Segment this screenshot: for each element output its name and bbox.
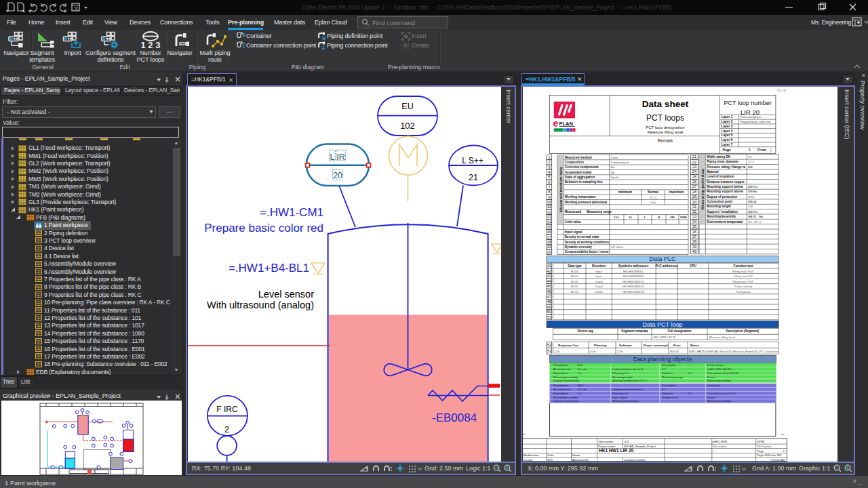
svg-text:Filling level "Full": Filling level "Full" [732,270,754,273]
svg-text:45: 45 [547,284,551,288]
svg-text:Description: Description [662,363,677,367]
svg-text:26: 26 [692,180,697,184]
svg-text:36: 36 [692,230,697,234]
svg-text:Working temperature: Working temperature [612,399,639,403]
svg-text:Dynamic viscosity: Dynamic viscosity [565,245,593,249]
svg-text:Input signal: Input signal [565,230,583,234]
svg-text:5: 5 [548,175,551,179]
svg-text:Mounting support below: Mounting support below [707,185,743,188]
svg-text:Direction: Direction [592,264,606,268]
svg-text:Drawing number: Drawing number [625,458,646,462]
svg-text:1 h: 1 h [578,371,582,375]
svg-text:Full designation: Full designation [667,329,691,333]
svg-text:Corrosive components: Corrosive components [565,165,599,169]
svg-text:14: 14 [547,220,551,224]
svg-text:2 bar: 2 bar [650,201,656,204]
svg-text:47: 47 [547,295,551,299]
svg-text:Segment template: Segment template [621,329,648,333]
svg-text:Suspended matter: Suspended matter [565,171,592,174]
svg-text:BL1: BL1 [578,363,583,367]
svg-text:52: 52 [547,343,551,347]
svg-text:Filling level "Full": Filling level "Full" [732,280,754,283]
svg-text:28: 28 [692,190,697,194]
svg-text:Layer 2: Layer 2 [722,120,733,123]
svg-text:43: 43 [547,274,551,278]
svg-text:Implementation General: Implementation General [612,388,643,391]
svg-text:EU: EU [401,102,413,111]
svg-text:4: 4 [548,170,551,174]
svg-text:Distance between suppor: Distance between suppor [707,180,745,184]
svg-text:Output: Output [595,285,604,288]
svg-text:IP55: IP55 [748,195,754,199]
svg-text:41: 41 [547,264,551,268]
svg-text:Width rating DN: Width rating DN [707,155,730,159]
svg-text:30: 30 [692,200,697,204]
svg-text:Description (Segment): Description (Segment) [726,329,759,333]
svg-text:PN_IM: PN_IM [777,89,787,92]
svg-text:Color: Color [611,156,618,159]
svg-text:HH: HH [670,216,674,219]
svg-text:Filling level 1/2: Filling level 1/2 [734,274,753,278]
svg-text:LLL: LLL [614,216,620,219]
svg-text:1,5h: 1,5h [617,350,623,353]
svg-text:Macro: Macro [690,344,699,347]
svg-text:BOOL: BOOL [571,285,579,288]
svg-text:35: 35 [692,224,697,228]
svg-text:10: 10 [547,200,551,204]
svg-text:Measuring method: Measuring method [707,379,731,382]
svg-text:-EB0084: -EB0084 [432,411,477,424]
svg-text:0,5h: 0,5h [590,350,596,353]
svg-text:Description: Description [662,384,677,387]
svg-text:Behavior in sampling line: Behavior in sampling line [565,180,603,184]
svg-text:Remark: Remark [658,138,674,143]
svg-text:Density at working conditions: Density at working conditions [565,241,610,244]
svg-text:Name: Name [572,453,580,457]
svg-text:PCT loop number: PCT loop number [724,100,772,106]
svg-text:=HK1.HW1: =HK1.HW1 [713,440,728,443]
svg-text:Layer 6: Layer 6 [722,138,733,142]
svg-text:Fault pump: Fault pump [736,290,751,293]
svg-text:Degree of protection: Degree of protection [553,379,580,382]
svg-text:P&I diagram: P&I diagram [757,445,771,448]
svg-text:12: 12 [547,210,551,214]
svg-text:+: + [713,449,715,453]
svg-text:PLC addresses: PLC addresses [655,264,678,268]
svg-text:L: L [330,152,334,162]
svg-text:↩: ↩ [523,432,526,436]
svg-text:5: 5 [783,449,785,453]
svg-text:Planning 1 h: Planning 1 h [612,371,629,375]
svg-text:0 h: 0 h [688,392,692,395]
svg-text:Data PLC: Data PLC [649,256,676,262]
svg-text:Date: Date [548,453,555,457]
svg-text:CPU: CPU [690,264,696,268]
svg-text:18: 18 [547,240,551,244]
svg-text:Calculation value 0,00: Calculation value 0,00 [707,392,736,395]
svg-text:11: 11 [547,205,552,209]
svg-text:3: 3 [548,165,551,169]
svg-text:7: 7 [548,185,551,189]
svg-text:Device tag: Device tag [578,329,593,333]
svg-text:23: 23 [692,165,697,169]
svg-text:Output: Output [595,290,604,293]
svg-text:DN: DN [748,165,752,169]
svg-text:State of aggregation: State of aggregation [565,176,595,179]
svg-text:Piping inner diameter: Piping inner diameter [707,160,738,163]
svg-text:L: L [644,216,646,219]
svg-text:29: 29 [692,195,697,199]
svg-text:e: e [553,118,559,129]
svg-text:5: 5 [749,148,751,152]
svg-text:=.HW1+B4-BL1: =.HW1+B4-BL1 [229,262,309,274]
svg-text:IR: IR [336,152,345,162]
svg-text:Data planning objects: Data planning objects [633,356,692,363]
svg-text:HHH: HHH [680,216,686,219]
svg-text:Degree of protection: Degree of protection [553,399,580,403]
svg-text:=.HW1-CM1: =.HW1-CM1 [260,206,323,219]
svg-text:53: 53 [547,349,551,353]
svg-text:): ) [770,148,772,152]
svg-text:20: 20 [547,250,551,254]
svg-text:Measuring method: Measuring method [707,399,731,403]
svg-text:0 T: 0 T [662,367,666,371]
svg-text:21: 21 [469,173,478,182]
svg-text:22: 22 [692,160,697,164]
svg-text:Mounting length: Mounting length [612,375,633,379]
